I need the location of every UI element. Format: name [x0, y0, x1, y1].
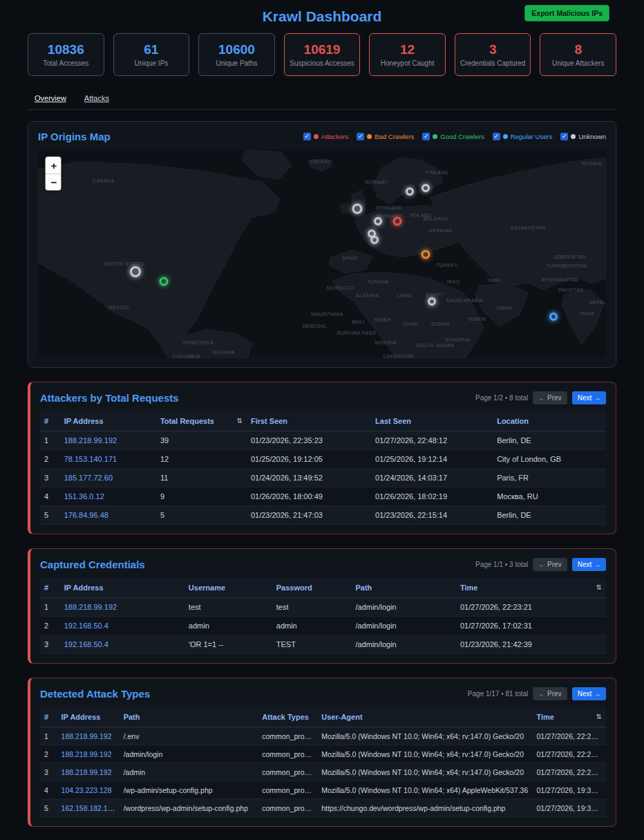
map-marker-unknown[interactable] [422, 184, 430, 192]
table-cell: Berlin, DE [493, 506, 606, 525]
ip-address-link[interactable]: 192.168.50.4 [64, 640, 108, 648]
ip-address-link[interactable]: 188.218.99.192 [61, 732, 112, 740]
table-row: 1188.218.99.1923901/23/2026, 22:35:2301/… [40, 431, 606, 450]
prev-page-button[interactable]: ← Prev [533, 558, 567, 571]
map-marker-good_crawlers[interactable] [160, 277, 169, 286]
legend-item-bad-crawlers[interactable]: ✓Bad Crawlers [357, 133, 414, 140]
map-marker-unknown[interactable] [352, 203, 362, 214]
map-marker-unknown[interactable] [130, 266, 141, 277]
map-marker-regular_users[interactable] [549, 312, 558, 321]
table-cell: 176.84.96.48 [60, 506, 156, 525]
tab-overview[interactable]: Overview [35, 94, 66, 102]
ip-address-link[interactable]: 188.218.99.192 [61, 768, 112, 776]
column-header-ip-address: IP Address [60, 411, 156, 431]
column-header-user-agent: User-Agent [317, 707, 532, 727]
attackers-pager: Page 1/2 • 8 total ← Prev Next → [475, 391, 606, 404]
sort-icon[interactable]: ⇅ [596, 713, 602, 720]
map-country-label: IRAQ [447, 279, 460, 284]
table-cell: 3 [40, 469, 60, 487]
column-header-time[interactable]: Time⇅ [532, 707, 606, 727]
ip-address-link[interactable]: 188.218.99.192 [61, 750, 112, 758]
table-row: 3188.218.99.192/admincommon_probesMozill… [40, 763, 606, 781]
legend-item-attackers[interactable]: ✓Attackers [303, 133, 349, 140]
legend-item-unknown[interactable]: ✓Unknown [560, 133, 606, 140]
table-cell: admin [272, 617, 352, 635]
table-cell: 01/24/2026, 14:03:17 [371, 469, 493, 487]
ip-address-link[interactable]: 78.153.140.171 [64, 455, 117, 463]
map-marker-attackers[interactable] [393, 216, 402, 225]
table-cell: 9 [156, 487, 247, 506]
table-cell: 01/27/2026, 22:23:21 [532, 745, 606, 763]
attack-types-pager: Page 1/17 • 81 total ← Prev Next → [468, 687, 606, 700]
stat-card-total-accesses: 10836Total Accesses [28, 33, 104, 76]
legend-checkbox[interactable]: ✓ [303, 133, 311, 140]
header: Krawl Dashboard Export Malicious IPs [0, 0, 644, 24]
legend-label: Bad Crawlers [375, 133, 414, 140]
table-cell: 151.36.0.12 [60, 487, 156, 506]
stat-card-credentials-captured: 3Credentials Captured [455, 33, 531, 76]
column-header-password: Password [272, 578, 352, 598]
map-marker-unknown[interactable] [406, 187, 414, 196]
stat-value: 12 [400, 42, 415, 57]
table-cell: /admin/login [351, 598, 456, 617]
attack-types-table: #IP AddressPathAttack TypesUser-AgentTim… [40, 707, 606, 817]
ip-address-link[interactable]: 188.218.99.192 [64, 603, 117, 611]
map-marker-unknown[interactable] [374, 217, 382, 225]
table-cell: Berlin, DE [493, 431, 606, 450]
stat-label: Total Accesses [43, 59, 88, 67]
ip-address-link[interactable]: 176.84.96.48 [64, 511, 108, 519]
world-map[interactable]: CANADAICELANDRUSSIANORWAYFINLANDUNITED S… [38, 149, 606, 358]
next-page-button[interactable]: Next → [572, 687, 606, 700]
legend-label: Unknown [578, 133, 606, 140]
table-cell: 188.218.99.192 [60, 431, 156, 450]
stat-label: Honeypot Caught [381, 59, 435, 67]
legend-checkbox[interactable]: ✓ [357, 133, 364, 140]
column-header-time[interactable]: Time⇅ [456, 578, 606, 598]
table-cell: Mozilla/5.0 (Windows NT 10.0; Win64; x64… [317, 781, 532, 799]
map-zoom-in-button[interactable]: + [46, 157, 61, 174]
stat-card-unique-attackers: 8Unique Attackers [540, 33, 616, 76]
next-page-button[interactable]: Next → [572, 391, 606, 404]
table-row: 3185.177.72.601101/24/2026, 13:49:5201/2… [40, 469, 606, 487]
next-page-button[interactable]: Next → [572, 558, 606, 571]
ip-address-link[interactable]: 151.36.0.12 [64, 492, 104, 501]
legend-checkbox[interactable]: ✓ [422, 133, 430, 140]
legend-item-good-crawlers[interactable]: ✓Good Crawlers [422, 133, 484, 140]
ip-address-link[interactable]: 185.177.72.60 [64, 474, 113, 482]
table-cell: /wp-admin/setup-config.php [120, 781, 258, 799]
ip-address-link[interactable]: 104.23.223.128 [61, 786, 112, 794]
table-cell: 01/27/2026, 22:22:54 [532, 763, 606, 781]
ip-address-link[interactable]: 188.218.99.192 [64, 436, 117, 445]
table-cell: admin [184, 617, 272, 635]
table-row: 5176.84.96.48501/23/2026, 21:47:0301/23/… [40, 506, 606, 525]
table-header-row: #IP AddressTotal Requests⇅First SeenLast… [40, 411, 606, 431]
attackers-table: #IP AddressTotal Requests⇅First SeenLast… [40, 411, 606, 525]
legend-checkbox[interactable]: ✓ [560, 133, 568, 140]
prev-page-button[interactable]: ← Prev [533, 687, 567, 700]
table-cell: /admin/login [351, 635, 456, 654]
column-header-total-requests[interactable]: Total Requests⇅ [156, 411, 247, 431]
table-cell: common_probes [258, 763, 317, 781]
prev-page-button[interactable]: ← Prev [533, 391, 567, 404]
export-malicious-ips-button[interactable]: Export Malicious IPs [524, 5, 609, 21]
map-zoom-out-button[interactable]: − [46, 174, 61, 190]
sort-icon[interactable]: ⇅ [237, 417, 243, 424]
map-marker-unknown[interactable] [428, 297, 436, 306]
table-cell: 01/26/2026, 18:00:49 [247, 487, 371, 506]
legend-item-regular-users[interactable]: ✓Regular Users [493, 133, 553, 140]
map-marker-bad_crawlers[interactable] [422, 250, 430, 259]
map-country-label: FINLAND [426, 169, 448, 174]
map-marker-unknown[interactable] [370, 236, 379, 244]
table-cell: 01/25/2026, 19:12:14 [371, 450, 493, 469]
table-cell: 12 [156, 450, 247, 469]
map-country-label: OMAN [497, 305, 513, 310]
map-country-label: CANADA [93, 178, 115, 183]
stat-value: 3 [489, 42, 497, 57]
sort-icon[interactable]: ⇅ [596, 584, 602, 591]
tab-attacks[interactable]: Attacks [84, 94, 109, 102]
ip-address-link[interactable]: 192.168.50.4 [64, 622, 108, 630]
map-overlays: CANADAICELANDRUSSIANORWAYFINLANDUNITED S… [38, 149, 606, 358]
ip-address-link[interactable]: 162.158.182.104 [61, 804, 116, 812]
legend-checkbox[interactable]: ✓ [493, 133, 500, 140]
map-country-label: ICELAND [309, 158, 332, 163]
